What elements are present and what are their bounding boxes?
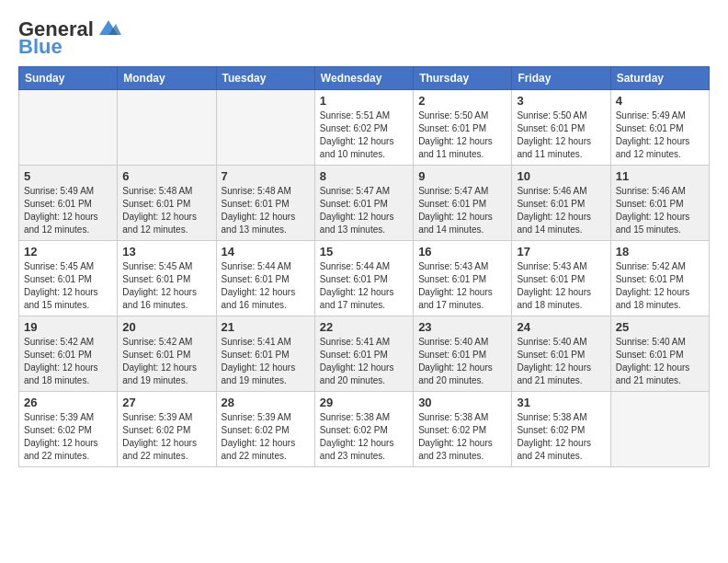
day-info: Sunrise: 5:39 AM Sunset: 6:02 PM Dayligh… (24, 411, 112, 463)
day-number: 16 (418, 245, 506, 259)
sunrise-label: Sunrise: 5:39 AM (122, 412, 192, 422)
sunset-label: Sunset: 6:01 PM (222, 274, 290, 284)
day-number: 19 (24, 320, 112, 334)
daylight-label: Daylight: 12 hours and 11 minutes. (517, 136, 591, 159)
daylight-label: Daylight: 12 hours and 16 minutes. (222, 287, 296, 310)
day-info: Sunrise: 5:43 AM Sunset: 6:01 PM Dayligh… (517, 260, 605, 312)
calendar-week-4: 19 Sunrise: 5:42 AM Sunset: 6:01 PM Dayl… (19, 316, 710, 392)
calendar-cell (610, 392, 709, 467)
sunrise-label: Sunrise: 5:51 AM (320, 110, 390, 121)
calendar-cell: 20 Sunrise: 5:42 AM Sunset: 6:01 PM Dayl… (118, 316, 216, 392)
sunset-label: Sunset: 6:01 PM (24, 350, 92, 360)
daylight-label: Daylight: 12 hours and 24 minutes. (517, 438, 591, 461)
calendar-cell: 7 Sunrise: 5:48 AM Sunset: 6:01 PM Dayli… (216, 166, 314, 241)
day-number: 5 (24, 169, 112, 183)
day-info: Sunrise: 5:51 AM Sunset: 6:02 PM Dayligh… (320, 109, 408, 161)
day-info: Sunrise: 5:47 AM Sunset: 6:01 PM Dayligh… (418, 185, 506, 236)
calendar-cell: 21 Sunrise: 5:41 AM Sunset: 6:01 PM Dayl… (216, 316, 314, 392)
daylight-label: Daylight: 12 hours and 18 minutes. (24, 362, 98, 385)
sunrise-label: Sunrise: 5:39 AM (222, 412, 291, 422)
weekday-header-thursday: Thursday (414, 67, 512, 90)
daylight-label: Daylight: 12 hours and 19 minutes. (222, 362, 296, 385)
sunrise-label: Sunrise: 5:49 AM (24, 186, 94, 196)
day-info: Sunrise: 5:43 AM Sunset: 6:01 PM Dayligh… (418, 260, 506, 312)
weekday-header-tuesday: Tuesday (216, 67, 314, 90)
daylight-label: Daylight: 12 hours and 18 minutes. (616, 287, 690, 310)
day-info: Sunrise: 5:49 AM Sunset: 6:01 PM Dayligh… (616, 109, 704, 161)
sunrise-label: Sunrise: 5:43 AM (418, 261, 488, 271)
calendar-table: SundayMondayTuesdayWednesdayThursdayFrid… (18, 66, 710, 467)
day-number: 12 (24, 245, 112, 259)
day-info: Sunrise: 5:38 AM Sunset: 6:02 PM Dayligh… (418, 411, 506, 463)
calendar-week-3: 12 Sunrise: 5:45 AM Sunset: 6:01 PM Dayl… (19, 241, 710, 316)
weekday-header-sunday: Sunday (19, 67, 118, 90)
calendar-cell: 3 Sunrise: 5:50 AM Sunset: 6:01 PM Dayli… (512, 90, 610, 166)
sunrise-label: Sunrise: 5:46 AM (616, 186, 686, 196)
sunrise-label: Sunrise: 5:45 AM (24, 261, 94, 271)
sunrise-label: Sunrise: 5:50 AM (517, 110, 586, 121)
calendar-cell: 30 Sunrise: 5:38 AM Sunset: 6:02 PM Dayl… (414, 392, 512, 467)
day-info: Sunrise: 5:46 AM Sunset: 6:01 PM Dayligh… (616, 185, 704, 236)
sunset-label: Sunset: 6:02 PM (122, 425, 190, 435)
daylight-label: Daylight: 12 hours and 13 minutes. (222, 212, 296, 235)
sunrise-label: Sunrise: 5:43 AM (517, 261, 586, 271)
day-number: 9 (418, 169, 506, 183)
calendar-cell: 23 Sunrise: 5:40 AM Sunset: 6:01 PM Dayl… (414, 316, 512, 392)
daylight-label: Daylight: 12 hours and 22 minutes. (222, 438, 296, 461)
day-info: Sunrise: 5:38 AM Sunset: 6:02 PM Dayligh… (320, 411, 408, 463)
sunset-label: Sunset: 6:01 PM (122, 199, 190, 209)
day-number: 18 (616, 245, 704, 259)
day-number: 10 (517, 169, 605, 183)
day-number: 30 (418, 396, 506, 409)
calendar-cell: 13 Sunrise: 5:45 AM Sunset: 6:01 PM Dayl… (118, 241, 216, 316)
weekday-header-friday: Friday (512, 67, 610, 90)
daylight-label: Daylight: 12 hours and 19 minutes. (122, 362, 197, 385)
logo: General Blue (18, 18, 121, 57)
day-info: Sunrise: 5:40 AM Sunset: 6:01 PM Dayligh… (418, 336, 506, 387)
day-info: Sunrise: 5:50 AM Sunset: 6:01 PM Dayligh… (418, 109, 506, 161)
calendar-cell: 9 Sunrise: 5:47 AM Sunset: 6:01 PM Dayli… (414, 166, 512, 241)
sunrise-label: Sunrise: 5:42 AM (122, 337, 192, 347)
sunrise-label: Sunrise: 5:40 AM (517, 337, 586, 347)
calendar-week-1: 1 Sunrise: 5:51 AM Sunset: 6:02 PM Dayli… (19, 90, 710, 166)
daylight-label: Daylight: 12 hours and 12 minutes. (616, 136, 690, 159)
sunset-label: Sunset: 6:01 PM (418, 199, 486, 209)
calendar-cell: 5 Sunrise: 5:49 AM Sunset: 6:01 PM Dayli… (19, 166, 118, 241)
sunrise-label: Sunrise: 5:41 AM (222, 337, 291, 347)
sunrise-label: Sunrise: 5:47 AM (418, 186, 488, 196)
calendar-cell (216, 90, 314, 166)
sunset-label: Sunset: 6:01 PM (24, 274, 92, 284)
daylight-label: Daylight: 12 hours and 17 minutes. (320, 287, 394, 310)
sunset-label: Sunset: 6:01 PM (517, 199, 585, 209)
day-info: Sunrise: 5:50 AM Sunset: 6:01 PM Dayligh… (517, 109, 605, 161)
calendar-cell: 15 Sunrise: 5:44 AM Sunset: 6:01 PM Dayl… (314, 241, 413, 316)
day-number: 17 (517, 245, 605, 259)
sunset-label: Sunset: 6:02 PM (24, 425, 92, 435)
calendar-cell: 16 Sunrise: 5:43 AM Sunset: 6:01 PM Dayl… (414, 241, 512, 316)
page-header: General Blue (18, 18, 710, 57)
sunset-label: Sunset: 6:01 PM (418, 123, 486, 133)
day-number: 22 (320, 320, 408, 334)
logo-icon (96, 18, 121, 39)
sunset-label: Sunset: 6:01 PM (418, 274, 486, 284)
daylight-label: Daylight: 12 hours and 13 minutes. (320, 212, 394, 235)
sunrise-label: Sunrise: 5:38 AM (517, 412, 586, 422)
day-number: 14 (222, 245, 310, 259)
sunset-label: Sunset: 6:01 PM (320, 350, 388, 360)
day-info: Sunrise: 5:46 AM Sunset: 6:01 PM Dayligh… (517, 185, 605, 236)
daylight-label: Daylight: 12 hours and 23 minutes. (418, 438, 493, 461)
calendar-cell: 24 Sunrise: 5:40 AM Sunset: 6:01 PM Dayl… (512, 316, 610, 392)
calendar-cell: 28 Sunrise: 5:39 AM Sunset: 6:02 PM Dayl… (216, 392, 314, 467)
sunrise-label: Sunrise: 5:50 AM (418, 110, 488, 121)
daylight-label: Daylight: 12 hours and 17 minutes. (418, 287, 493, 310)
calendar-cell: 14 Sunrise: 5:44 AM Sunset: 6:01 PM Dayl… (216, 241, 314, 316)
weekday-header-monday: Monday (118, 67, 216, 90)
daylight-label: Daylight: 12 hours and 20 minutes. (418, 362, 493, 385)
sunrise-label: Sunrise: 5:44 AM (222, 261, 291, 271)
day-number: 11 (616, 169, 704, 183)
day-info: Sunrise: 5:42 AM Sunset: 6:01 PM Dayligh… (122, 336, 210, 387)
sunset-label: Sunset: 6:01 PM (320, 199, 388, 209)
daylight-label: Daylight: 12 hours and 15 minutes. (24, 287, 98, 310)
daylight-label: Daylight: 12 hours and 21 minutes. (616, 362, 690, 385)
daylight-label: Daylight: 12 hours and 14 minutes. (418, 212, 493, 235)
